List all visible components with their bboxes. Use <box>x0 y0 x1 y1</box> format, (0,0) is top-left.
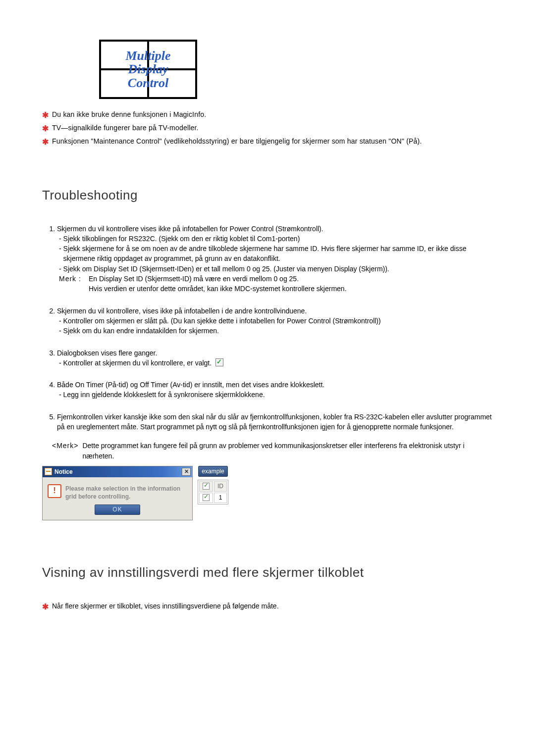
ts-item-1: Skjermen du vil kontrollere vises ikke p… <box>57 224 493 294</box>
ok-button[interactable]: OK <box>95 504 140 515</box>
check-icon <box>215 358 223 366</box>
ts-item-2-sub-1: Sjekk om du kan endre inndatakilden for … <box>63 326 493 336</box>
final-note: <Merk> Dette programmet kan fungere feil… <box>42 441 493 461</box>
close-icon[interactable]: ✕ <box>182 468 191 476</box>
notice-dialog: Notice ✕ ! Please make selection in the … <box>42 466 193 520</box>
ts-item-1-sub-1: Sjekk skjermene for å se om noen av de a… <box>63 244 493 264</box>
bottom-note: ✱ Når flere skjermer er tilkoblet, vises… <box>42 601 493 612</box>
dialog-app-icon <box>45 468 52 475</box>
star-icon: ✱ <box>42 123 49 134</box>
final-note-text: Dette programmet kan fungere feil på gru… <box>82 441 493 461</box>
top-note-2: Funksjonen "Maintenance Control" (vedlik… <box>52 136 493 148</box>
troubleshooting-heading: Troubleshooting <box>42 188 493 203</box>
bottom-note-text: Når flere skjermer er tilkoblet, vises i… <box>52 601 279 612</box>
ts-item-5: Fjernkontrollen virker kanskje ikke som … <box>57 412 493 432</box>
logo-line2: Display <box>128 62 168 76</box>
merk-label: Merk : <box>59 274 89 294</box>
star-icon: ✱ <box>42 136 49 148</box>
example-table: ID 1 <box>198 480 228 504</box>
ts-item-1-lead: Skjermen du vil kontrollere vises ikke p… <box>57 225 323 233</box>
star-icon: ✱ <box>42 601 49 612</box>
dialog-title: Notice <box>54 468 182 475</box>
ts-item-3: Dialogboksen vises flere ganger. Kontrol… <box>57 348 493 368</box>
second-section-heading: Visning av innstillingsverdi med flere s… <box>42 565 493 580</box>
ts-item-1-sub-2: Sjekk om Display Set ID (Skjermsett-IDen… <box>63 264 493 274</box>
top-notes: ✱ Du kan ikke bruke denne funksjonen i M… <box>42 109 493 148</box>
ts-item-3-sub-0: Kontroller at skjermen du vil kontroller… <box>63 358 493 368</box>
logo-line1: Multiple <box>125 49 170 63</box>
logo-figure: Multiple Display Control <box>42 40 493 101</box>
example-panel: example ID 1 <box>198 466 228 504</box>
star-icon: ✱ <box>42 109 49 121</box>
ts-item-1-sub-0: Sjekk tilkoblingen for RS232C. (Sjekk om… <box>63 234 493 244</box>
ts-item-5-lead: Fjernkontrollen virker kanskje ikke som … <box>57 413 492 431</box>
ts-item-4-sub-0: Legg inn gjeldende klokkeslett for å syn… <box>63 390 493 400</box>
example-table-header: ID <box>214 481 227 492</box>
dialog-titlebar: Notice ✕ <box>43 466 192 477</box>
final-note-label: <Merk> <box>52 441 82 461</box>
merk-text: En Display Set ID (Skjermsett-ID) må vær… <box>89 274 493 294</box>
warning-icon: ! <box>48 484 61 498</box>
ts-item-2: Skjermen du vil kontrollere, vises ikke … <box>57 306 493 336</box>
dialog-message: Please make selection in the information… <box>65 484 187 501</box>
top-note-1: TV—signalkilde fungerer bare på TV-model… <box>52 123 493 134</box>
ts-item-4: Både On Timer (På-tid) og Off Timer (Av-… <box>57 380 493 400</box>
top-note-0: Du kan ikke bruke denne funksjonen i Mag… <box>52 109 493 121</box>
check-icon <box>203 483 210 490</box>
example-label: example <box>198 466 227 477</box>
ts-item-2-lead: Skjermen du vil kontrollere, vises ikke … <box>57 307 307 315</box>
example-table-value: 1 <box>214 493 227 503</box>
ts-item-2-sub-0: Kontroller om skjermen er slått på. (Du … <box>63 316 493 326</box>
logo-line3: Control <box>128 76 168 90</box>
ts-item-3-lead: Dialogboksen vises flere ganger. <box>57 349 157 357</box>
ts-item-4-lead: Både On Timer (På-tid) og Off Timer (Av-… <box>57 381 324 389</box>
check-icon <box>203 494 210 501</box>
troubleshooting-list: Skjermen du vil kontrollere vises ikke p… <box>42 224 493 432</box>
